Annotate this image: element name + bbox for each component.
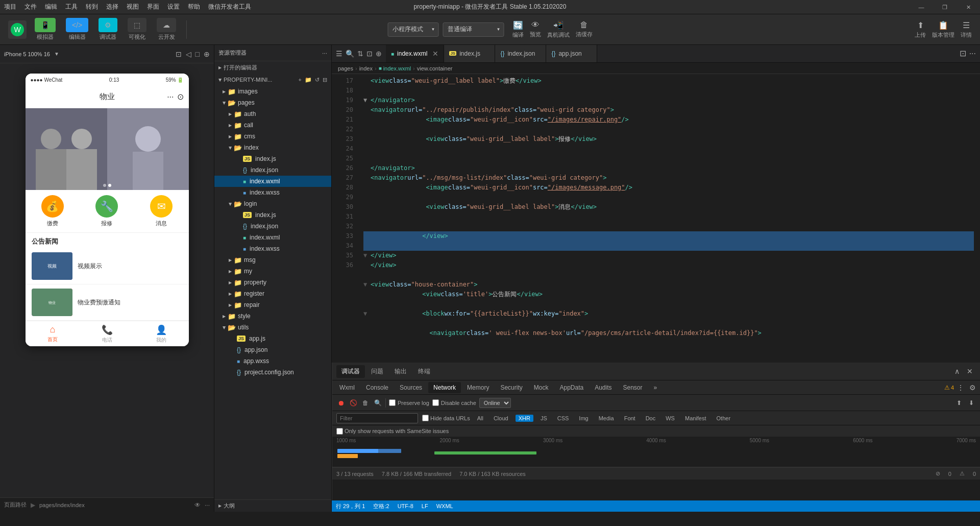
stop-button[interactable]: 🚫 <box>349 398 358 408</box>
tab-index-js[interactable]: JS index.js <box>444 45 495 62</box>
filter-media-btn[interactable]: Media <box>596 415 617 422</box>
devtools-tab-terminal[interactable]: 终端 <box>413 365 435 378</box>
tree-app-wxss[interactable]: ■ app.wxss <box>214 355 331 367</box>
tree-index-wxss[interactable]: ■ index.wxss <box>214 187 331 198</box>
tree-msg[interactable]: ▶ 📁 msg <box>214 254 331 266</box>
minimize-button[interactable]: — <box>910 0 933 14</box>
download-btn[interactable]: ⬇ <box>967 398 976 408</box>
menu-item-file[interactable]: 文件 <box>24 3 37 11</box>
preserve-log-check[interactable]: Preserve log <box>389 399 429 406</box>
tree-index-wxml[interactable]: ■ index.wxml <box>214 176 331 187</box>
maximize-button[interactable]: ❐ <box>933 0 957 14</box>
filter-other-btn[interactable]: Other <box>714 415 734 422</box>
tree-index-json[interactable]: {} index.json <box>214 164 331 176</box>
tree-app-js[interactable]: JS app.js <box>214 333 331 344</box>
filter-img-btn[interactable]: Img <box>576 415 591 422</box>
breadcrumb-file[interactable]: ■ index.wxml <box>379 65 411 71</box>
tab-index-json[interactable]: {} index.json <box>495 45 546 62</box>
disable-cache-input[interactable] <box>432 399 439 406</box>
simulator-btn[interactable]: 📱 模拟器 <box>31 16 60 43</box>
new-file-icon[interactable]: + <box>299 77 302 83</box>
tree-pages[interactable]: ▶ 📂 pages <box>214 97 331 108</box>
subtab-mock[interactable]: Mock <box>529 382 554 393</box>
menu-item-goto[interactable]: 转到 <box>86 3 98 11</box>
breadcrumb-pages[interactable]: pages <box>338 65 353 71</box>
tab-my[interactable]: 👤 我的 <box>134 321 189 346</box>
breadcrumb-element[interactable]: view.container <box>417 65 453 71</box>
section-open-editors[interactable]: ▶ 打开的编辑器 <box>214 61 331 74</box>
filter-doc-btn[interactable]: Doc <box>643 415 659 422</box>
subtab-settings[interactable]: ⚙ <box>967 384 978 392</box>
tree-index-js[interactable]: JS index.js <box>214 153 331 164</box>
tree-property[interactable]: ▶ 📁 property <box>214 277 331 288</box>
subtab-memory[interactable]: Memory <box>462 382 494 393</box>
record-button[interactable]: ⏺ <box>336 398 346 408</box>
more-icon[interactable]: ⊕ <box>204 50 210 58</box>
news-item-2[interactable]: 物业 物业费预缴通知 <box>26 284 189 321</box>
tree-style[interactable]: ▶ 📁 style <box>214 310 331 322</box>
phone-icon-payment[interactable]: 💰 缴费 <box>41 195 64 227</box>
devtools-collapse-icon[interactable]: ∧ <box>951 367 963 375</box>
cloud-btn[interactable]: ☁ 云开发 <box>153 16 180 43</box>
tab-phone[interactable]: 📞 电话 <box>80 321 134 346</box>
subtab-security[interactable]: Security <box>495 382 527 393</box>
visualize-btn[interactable]: ⬚ 可视化 <box>124 16 151 43</box>
split-icon[interactable]: ⊡ <box>366 50 373 58</box>
tree-call[interactable]: ▶ 📁 call <box>214 119 331 131</box>
tree-auth[interactable]: ▶ 📁 auth <box>214 108 331 119</box>
tree-utils[interactable]: ▶ 📂 utils <box>214 322 331 333</box>
tab-wxml-close[interactable]: ✕ <box>432 50 438 58</box>
section-project[interactable]: ▶ PROPERTY-MINI... + 📁 ↺ ⊟ <box>214 74 331 86</box>
clear-button[interactable]: 🗑 <box>361 398 370 408</box>
translate-btn[interactable]: 🔄 编译 <box>512 20 524 39</box>
filter-manifest-btn[interactable]: Manifest <box>682 415 709 422</box>
debugger-btn[interactable]: ⚙ 调试器 <box>94 16 121 43</box>
filter-js-btn[interactable]: JS <box>537 415 550 422</box>
tab-app-json[interactable]: {} app.json <box>546 45 597 62</box>
tree-cms[interactable]: ▶ 📁 cms <box>214 131 331 142</box>
devtools-tab-output[interactable]: 输出 <box>389 365 412 378</box>
tree-login-js[interactable]: JS index.js <box>214 209 331 221</box>
explorer-more-icon[interactable]: ··· <box>322 50 327 57</box>
sort-icon[interactable]: ⇅ <box>357 50 363 58</box>
breadcrumb-index[interactable]: index <box>359 65 373 71</box>
collapse-icon[interactable]: ⊟ <box>323 77 327 83</box>
filter-font-btn[interactable]: Font <box>621 415 639 422</box>
subtab-dots[interactable]: ⋮ <box>955 384 966 392</box>
disable-cache-check[interactable]: Disable cache <box>432 399 476 406</box>
refresh-icon[interactable]: ↺ <box>315 77 320 83</box>
screenshot-icon[interactable]: □ <box>195 50 200 58</box>
news-item-1[interactable]: 视频 视频展示 <box>26 248 189 284</box>
toolbar-end[interactable]: ⊕ <box>376 50 382 58</box>
tree-project-config[interactable]: {} project.config.json <box>214 367 331 378</box>
explorer-icon[interactable]: ☰ <box>336 50 342 58</box>
subtab-network[interactable]: Network <box>428 382 461 393</box>
section-outline[interactable]: ▶ 大纲 <box>214 499 331 512</box>
menu-item-wechat[interactable]: 微信开发者工具 <box>208 3 251 11</box>
subtab-wxml[interactable]: Wxml <box>334 382 360 393</box>
rotate-icon[interactable]: ⊡ <box>176 50 182 58</box>
tab-home[interactable]: ⌂ 首页 <box>26 321 80 346</box>
menu-item-project[interactable]: 项目 <box>4 3 16 11</box>
phone-icon-message[interactable]: ✉ 消息 <box>150 195 173 227</box>
subtab-appdata[interactable]: AppData <box>554 382 589 393</box>
devtools-tab-issues[interactable]: 问题 <box>366 365 388 378</box>
split-editor-icon[interactable]: ⊡ <box>960 49 966 58</box>
tree-login-wxss[interactable]: ■ index.wxss <box>214 243 331 254</box>
subtab-sources[interactable]: Sources <box>395 382 427 393</box>
filter-all-btn[interactable]: All <box>474 415 486 422</box>
subtab-more[interactable]: » <box>649 382 663 393</box>
upload-btn[interactable]: ⬆ <box>954 398 964 408</box>
subtab-console[interactable]: Console <box>361 382 394 393</box>
tree-login-wxml[interactable]: ■ index.wxml <box>214 232 331 243</box>
filter-css-btn[interactable]: CSS <box>554 415 572 422</box>
preview-btn[interactable]: 👁 预览 <box>530 20 541 38</box>
filter-cloud-btn[interactable]: Cloud <box>491 415 511 422</box>
editor-btn[interactable]: </> 编辑器 <box>62 16 92 43</box>
upload-btn[interactable]: ⬆ 上传 <box>915 20 926 39</box>
menu-item-select[interactable]: 选择 <box>106 3 118 11</box>
throttle-select[interactable]: Online <box>479 398 511 408</box>
samesite-check[interactable]: Only show requests with SameSite issues <box>336 428 449 435</box>
samesite-input[interactable] <box>336 428 343 435</box>
tree-images[interactable]: ▶ 📁 images <box>214 86 331 97</box>
